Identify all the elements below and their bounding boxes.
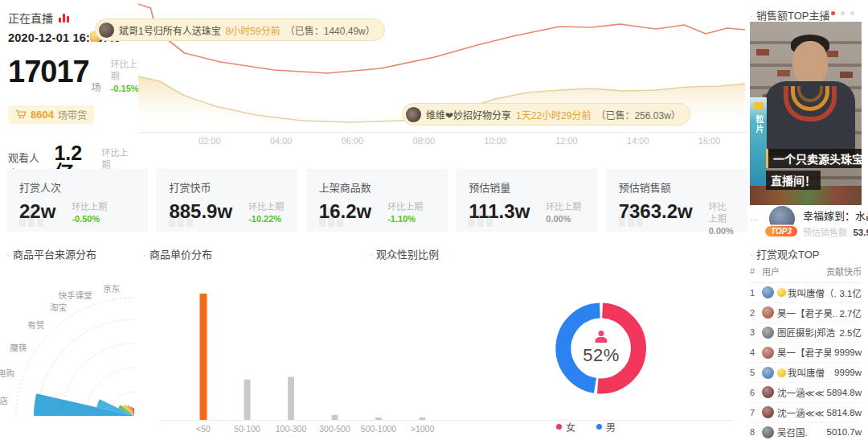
ecommerce-sessions-suffix: 场带货: [58, 108, 87, 121]
user-avatar: [762, 347, 774, 359]
more-indicator: …: [750, 212, 760, 222]
annotation-top-sale-1[interactable]: 斌哥1号归所有人送珠宝 8小时59分前 （已售：1440.49w）: [95, 19, 385, 41]
annotation-top-sale-2[interactable]: 维维❤妙招好物分享 1天22小时29分前 （已售：256.03w）: [402, 103, 690, 125]
bottle-cap: [753, 102, 764, 109]
shelf-boxes: [756, 49, 769, 56]
change-value: 0.00%: [546, 213, 581, 225]
title-dot: ·: [750, 249, 753, 261]
live-status-label: 正在直播: [8, 10, 53, 26]
table-row[interactable]: 3图匠摄影|郑浩2.5亿: [750, 323, 862, 343]
table-row[interactable]: 5我叫唐僧（...9999w: [750, 363, 862, 383]
gender-percent-label: 52%: [583, 345, 620, 366]
stat-card-value: 111.3w: [469, 202, 530, 221]
user-name: 昊一【君子昊...: [777, 346, 831, 359]
top-anchor-title: ·销售额TOP主播: [750, 7, 830, 23]
gender-donut-chart: 52%: [549, 296, 653, 401]
col-user: 用户: [762, 265, 826, 278]
user-avatar: [762, 327, 774, 339]
sessions-unit: 场: [92, 80, 101, 93]
row-rank: 6: [750, 388, 762, 397]
top3-anchor-row[interactable]: … TOP3 幸福嫁到：水晶… 预估销售额 53.98w: [750, 206, 868, 240]
table-row[interactable]: 6沈一涵≪≪5894.8w: [750, 383, 862, 403]
stat-card: 打赏快币885.9w环比上期-10.22%: [156, 169, 297, 232]
carousel-dot-2[interactable]: [831, 11, 835, 15]
coin-value: 9999w: [834, 368, 862, 377]
row-rank: 4: [750, 347, 762, 357]
stat-cards: 打赏人次22w环比上期-0.50%打赏快币885.9w环比上期-10.22%上架…: [6, 169, 747, 232]
ecommerce-sessions-badge: 8604 场带货: [8, 105, 94, 124]
stat-card-value: 16.2w: [319, 202, 371, 221]
price-bar-100-300: [288, 377, 294, 420]
reward-top-title: ·打赏观众TOP: [750, 246, 820, 261]
legend-label: 女: [566, 420, 575, 434]
gender-legend: 女男: [556, 420, 616, 434]
sessions-change: 环比上期 -0.15%: [111, 59, 139, 95]
stat-card-main: 16.2w环比上期-1.10%: [319, 202, 435, 225]
price-bar-label: <50: [196, 424, 211, 434]
change-label: 环比上期: [248, 201, 284, 213]
reward-table-header: # 用户 贡献快币: [750, 262, 862, 283]
top3-anchor-metric: 预估销售额 53.98w: [803, 224, 868, 239]
top3-rank-badge: TOP3: [765, 226, 797, 236]
stat-card-title: 预估销量: [469, 179, 584, 195]
coin-value: 5010.7w: [827, 427, 862, 437]
title-dot: ·: [6, 249, 10, 261]
ecommerce-sessions-count: 8604: [31, 109, 54, 121]
stat-card-main: 22w环比上期-0.50%: [19, 202, 135, 225]
user-name: 沈一涵≪≪: [777, 406, 824, 419]
x-axis-label: 06:00: [342, 136, 364, 146]
table-row[interactable]: 2昊一【君子昊...2.7亿: [750, 303, 862, 323]
col-rank: #: [750, 266, 762, 276]
stat-card-value: 7363.2w: [619, 202, 693, 221]
table-row[interactable]: 1我叫唐僧（...3.1亿: [750, 283, 862, 303]
cart-icon: [15, 109, 27, 120]
title-dot: ·: [143, 249, 146, 261]
stat-card: 上架商品数16.2w环比上期-1.10%: [306, 169, 448, 232]
anchor-portrait-head: [792, 41, 828, 84]
stat-card: 预估销售额7363.2w环比上期0.00%: [606, 169, 747, 232]
live-bars-icon: [59, 14, 69, 23]
x-axis-label: 14:00: [627, 136, 649, 146]
price-bar-label: 500-1000: [361, 424, 397, 434]
col-coins: 贡献快币: [826, 265, 862, 278]
anchor-avatar: [99, 23, 114, 38]
user-name: 我叫唐僧（...: [788, 366, 831, 379]
change-value: -1.10%: [387, 213, 423, 225]
table-row[interactable]: 8吴召国.5010.7w: [750, 423, 862, 440]
user-name: 我叫唐僧（...: [788, 286, 837, 299]
video-caption-line1: 一个只卖源头珠宝的: [766, 149, 862, 168]
x-axis-label: 12:00: [555, 136, 578, 146]
stat-card-change: 环比上期0.00%: [546, 201, 581, 225]
legend-label: 男: [606, 420, 616, 434]
row-rank: 1: [750, 288, 762, 298]
change-label: 环比上期: [546, 201, 581, 213]
change-label: 环比上期: [709, 201, 735, 225]
stat-card-main: 111.3w环比上期0.00%: [469, 202, 584, 225]
carousel-dot-4[interactable]: [850, 11, 854, 15]
x-axis-label: 16:00: [698, 136, 721, 146]
stat-card: 预估销量111.3w环比上期0.00%: [456, 169, 597, 232]
price-bar-300-500: [332, 415, 338, 420]
gender-legend-item: 男: [596, 420, 616, 434]
user-name: 昊一【君子昊...: [777, 306, 837, 319]
gender-donut-center: 52%: [549, 296, 653, 401]
sessions-count: 17017: [8, 57, 89, 86]
carousel-dot-1[interactable]: [821, 11, 825, 15]
stat-card-title: 打赏人次: [19, 179, 135, 195]
x-axis-label: 04:00: [270, 136, 293, 146]
reward-top-table: # 用户 贡献快币 1我叫唐僧（...3.1亿2昊一【君子昊...2.7亿3图匠…: [750, 262, 862, 440]
table-row[interactable]: 7沈一涵≪≪5814.8w: [750, 403, 862, 423]
user-name: 吴召国.: [777, 426, 824, 438]
anchor-avatar: [406, 107, 421, 122]
user-avatar: [762, 426, 774, 438]
price-bar-label: 300-500: [319, 424, 350, 434]
gender-ratio-title: ·观众性别比例: [370, 246, 439, 261]
anchor-video-thumbnail[interactable]: 粒片 一个只卖源头珠宝的 直播间！: [750, 22, 862, 205]
user-avatar: [762, 286, 774, 298]
video-caption: 一个只卖源头珠宝的 直播间！: [766, 149, 862, 190]
table-row[interactable]: 4昊一【君子昊...9999w: [750, 343, 862, 363]
person-icon: [594, 331, 608, 343]
carousel-dot-3[interactable]: [841, 11, 845, 15]
stat-card-value: 885.9w: [169, 202, 232, 221]
rose-category-label: 淘宝: [50, 302, 67, 312]
